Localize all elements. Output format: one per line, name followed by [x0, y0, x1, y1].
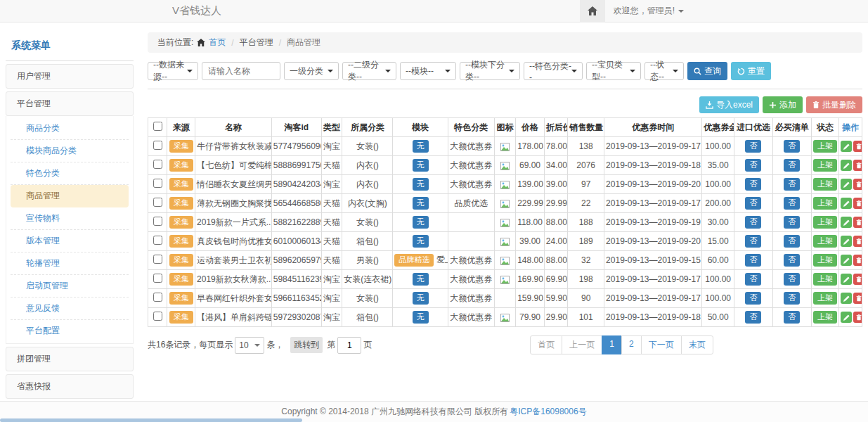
- import-select-toggle[interactable]: 否: [745, 140, 761, 152]
- filter-cat1-select[interactable]: 一级分类: [284, 62, 339, 80]
- delete-button[interactable]: [853, 255, 862, 266]
- filter-module-select[interactable]: --模块--: [400, 62, 456, 80]
- must-buy-toggle[interactable]: 否: [784, 311, 800, 323]
- filter-cat2-select[interactable]: --二级分类--: [342, 62, 396, 80]
- module-none-badge[interactable]: 无: [413, 178, 429, 190]
- sidebar-group[interactable]: 拼团管理: [6, 347, 134, 371]
- breadcrumb-home-link[interactable]: 首页: [209, 37, 226, 49]
- status-toggle[interactable]: 上架: [813, 311, 837, 323]
- sidebar-subitem[interactable]: 商品分类: [11, 117, 129, 140]
- status-toggle[interactable]: 上架: [813, 178, 837, 190]
- import-select-toggle[interactable]: 否: [745, 159, 761, 171]
- row-checkbox[interactable]: [153, 198, 162, 207]
- delete-button[interactable]: [853, 160, 862, 171]
- status-toggle[interactable]: 上架: [813, 254, 837, 266]
- status-toggle[interactable]: 上架: [813, 216, 837, 228]
- must-buy-toggle[interactable]: 否: [784, 159, 800, 171]
- edit-button[interactable]: [841, 255, 852, 266]
- import-select-toggle[interactable]: 否: [745, 311, 761, 323]
- row-checkbox[interactable]: [153, 141, 162, 150]
- home-button[interactable]: [580, 0, 605, 23]
- icp-link[interactable]: 粤ICP备16098006号: [510, 406, 586, 418]
- row-checkbox[interactable]: [153, 160, 162, 169]
- import-select-toggle[interactable]: 否: [745, 292, 761, 304]
- sidebar-subitem[interactable]: 商品管理: [11, 185, 129, 207]
- must-buy-toggle[interactable]: 否: [784, 292, 800, 304]
- filter-feature-select[interactable]: --特色分类--: [524, 62, 583, 80]
- row-checkbox[interactable]: [153, 312, 162, 321]
- search-button[interactable]: 查询: [687, 62, 727, 80]
- delete-button[interactable]: [853, 217, 862, 228]
- last-page-button[interactable]: 末页: [681, 335, 713, 354]
- sidebar-group-users[interactable]: 用户管理: [6, 64, 134, 89]
- name-search-input[interactable]: [202, 62, 280, 80]
- horizontal-scrollbar-thumb[interactable]: [0, 418, 302, 422]
- module-none-badge[interactable]: 无: [413, 197, 429, 209]
- edit-button[interactable]: [841, 141, 852, 152]
- edit-button[interactable]: [841, 236, 852, 247]
- import-select-toggle[interactable]: 否: [745, 273, 761, 285]
- row-checkbox[interactable]: [153, 217, 162, 226]
- filter-source-select[interactable]: --数据来源--: [148, 62, 198, 80]
- page-2-button[interactable]: 2: [621, 335, 642, 354]
- import-excel-button[interactable]: 导入excel: [699, 96, 759, 113]
- delete-button[interactable]: [853, 236, 862, 247]
- import-select-toggle[interactable]: 否: [745, 235, 761, 247]
- row-checkbox[interactable]: [153, 274, 162, 283]
- status-toggle[interactable]: 上架: [813, 235, 837, 247]
- delete-button[interactable]: [853, 312, 862, 323]
- reset-button[interactable]: 重置: [731, 62, 771, 80]
- import-select-toggle[interactable]: 否: [745, 254, 761, 266]
- import-select-toggle[interactable]: 否: [745, 197, 761, 209]
- jump-page-input[interactable]: [337, 337, 361, 354]
- import-select-toggle[interactable]: 否: [745, 216, 761, 228]
- must-buy-toggle[interactable]: 否: [784, 273, 800, 285]
- sidebar-group-platform[interactable]: 平台管理: [6, 91, 134, 116]
- module-none-badge[interactable]: 无: [413, 273, 429, 285]
- module-none-badge[interactable]: 无: [413, 235, 429, 247]
- module-none-badge[interactable]: 无: [413, 159, 429, 171]
- filter-module-sub-select[interactable]: --模块下分类--: [460, 62, 520, 80]
- page-size-select[interactable]: 10: [235, 337, 264, 354]
- must-buy-toggle[interactable]: 否: [784, 254, 800, 266]
- delete-button[interactable]: [853, 293, 862, 304]
- must-buy-toggle[interactable]: 否: [784, 235, 800, 247]
- edit-button[interactable]: [841, 217, 852, 228]
- sidebar-subitem[interactable]: 平台配置: [11, 320, 129, 342]
- sidebar-subitem[interactable]: 轮播管理: [11, 252, 129, 275]
- module-none-badge[interactable]: 无: [413, 140, 429, 152]
- edit-button[interactable]: [841, 160, 852, 171]
- sidebar-subitem[interactable]: 模块商品分类: [11, 140, 129, 162]
- filter-item-type-select[interactable]: --宝贝类型--: [586, 62, 641, 80]
- must-buy-toggle[interactable]: 否: [784, 178, 800, 190]
- jump-button[interactable]: 跳转到: [290, 337, 323, 353]
- module-none-badge[interactable]: 无: [413, 292, 429, 304]
- prev-page-button[interactable]: 上一页: [562, 335, 602, 354]
- sidebar-subitem[interactable]: 启动页管理: [11, 275, 129, 298]
- add-button[interactable]: 添加: [763, 96, 803, 113]
- filter-status-select[interactable]: --状态--: [644, 62, 684, 80]
- edit-button[interactable]: [841, 312, 852, 323]
- delete-button[interactable]: [853, 198, 862, 209]
- breadcrumb-level1[interactable]: 平台管理: [240, 37, 273, 49]
- first-page-button[interactable]: 首页: [530, 335, 562, 354]
- user-menu[interactable]: 欢迎您，管理员!: [605, 5, 692, 17]
- next-page-button[interactable]: 下一页: [641, 335, 682, 354]
- must-buy-toggle[interactable]: 否: [784, 216, 800, 228]
- delete-button[interactable]: [853, 179, 862, 190]
- status-toggle[interactable]: 上架: [813, 292, 837, 304]
- sidebar-subitem[interactable]: 版本管理: [11, 230, 129, 252]
- import-select-toggle[interactable]: 否: [745, 178, 761, 190]
- delete-button[interactable]: [853, 274, 862, 285]
- delete-button[interactable]: [853, 141, 862, 152]
- batch-delete-button[interactable]: 批量删除: [806, 96, 862, 113]
- select-all-checkbox[interactable]: [153, 122, 162, 131]
- row-checkbox[interactable]: [153, 293, 162, 302]
- edit-button[interactable]: [841, 198, 852, 209]
- edit-button[interactable]: [841, 293, 852, 304]
- row-checkbox[interactable]: [153, 255, 162, 264]
- module-none-badge[interactable]: 无: [413, 311, 429, 323]
- row-checkbox[interactable]: [153, 179, 162, 188]
- edit-button[interactable]: [841, 274, 852, 285]
- page-1-button[interactable]: 1: [602, 335, 622, 354]
